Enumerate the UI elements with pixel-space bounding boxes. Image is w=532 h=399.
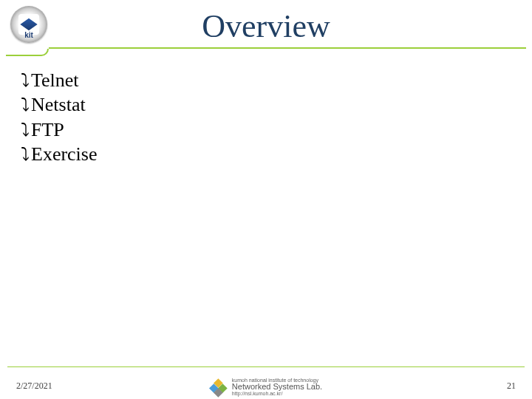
list-item-label: FTP (31, 117, 64, 142)
page-title: Overview (0, 7, 532, 45)
bullet-icon: ⤵ (21, 143, 30, 166)
footer-center: kumoh national institute of technology N… (210, 378, 322, 396)
footer-lab-name: Networked Systems Lab. (232, 383, 322, 391)
header: kit Overview (0, 0, 532, 61)
bullet-icon: ⤵ (21, 119, 30, 142)
list-item-label: Netstat (31, 92, 86, 117)
content-area: ⤵ Telnet ⤵ Netstat ⤵ FTP ⤵ Exercise (21, 68, 511, 166)
lab-logo-icon (210, 378, 228, 396)
title-underline (0, 47, 532, 59)
footer-divider (7, 366, 525, 367)
footer: 2/27/2021 kumoh national institute of te… (0, 366, 532, 399)
list-item: ⤵ Telnet (21, 68, 511, 92)
list-item-label: Telnet (31, 68, 79, 92)
list-item-label: Exercise (31, 142, 98, 166)
bullet-icon: ⤵ (21, 94, 30, 117)
list-item: ⤵ Exercise (21, 142, 511, 166)
footer-page-number: 21 (507, 381, 516, 392)
slide: kit Overview ⤵ Telnet ⤵ Netstat ⤵ FTP ⤵ … (0, 0, 532, 399)
bullet-icon: ⤵ (21, 69, 30, 92)
list-item: ⤵ FTP (21, 117, 511, 142)
footer-url: http://nsl.kumoh.ac.kr/ (232, 391, 322, 396)
footer-date: 2/27/2021 (16, 381, 52, 392)
footer-lab-text: kumoh national institute of technology N… (232, 378, 322, 396)
list-item: ⤵ Netstat (21, 92, 511, 117)
